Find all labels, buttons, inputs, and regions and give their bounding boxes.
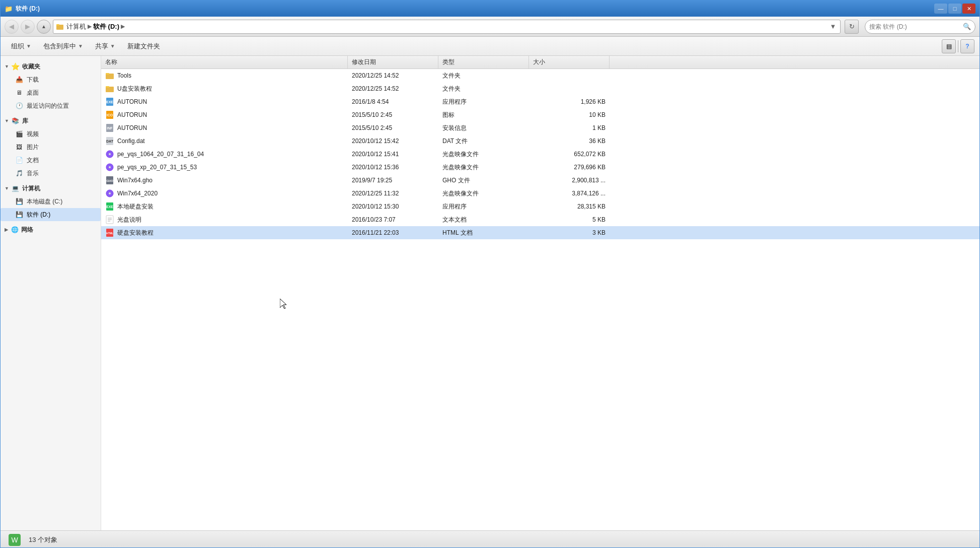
help-button[interactable]: ? — [960, 39, 974, 53]
file-date-cell: 2016/11/21 22:03 — [348, 226, 438, 239]
file-size-cell: 3 KB — [529, 226, 610, 239]
col-header-name[interactable]: 名称 — [101, 56, 348, 68]
d-drive-label: 软件 (D:) — [27, 211, 50, 219]
table-row[interactable]: Tools 2020/12/25 14:52 文件夹 — [101, 69, 979, 82]
sidebar-section-network: ▶ 🌐 网络 — [1, 223, 101, 236]
desktop-label: 桌面 — [27, 89, 39, 97]
library-icon: 📚 — [11, 116, 20, 125]
statusbar-count: 13 个对象 — [29, 535, 57, 544]
organize-button[interactable]: 组织 ▼ — [6, 39, 37, 54]
favorites-label: 收藏夹 — [22, 62, 40, 71]
sidebar-library-header[interactable]: ▼ 📚 库 — [1, 114, 101, 127]
forward-button[interactable]: ▶ — [21, 20, 35, 34]
file-type-cell: DAT 文件 — [438, 134, 529, 148]
sidebar-item-video[interactable]: 🎬 视频 — [1, 127, 101, 141]
search-icon[interactable]: 🔍 — [963, 23, 971, 30]
favorites-star-icon: ⭐ — [11, 62, 20, 71]
computer-icon: 💻 — [11, 184, 20, 193]
file-name: AUTORUN — [117, 124, 147, 131]
close-button[interactable]: ✕ — [962, 4, 975, 14]
table-row[interactable]: DAT Config.dat 2020/10/12 15:42 DAT 文件 3… — [101, 134, 979, 148]
file-icon: DAT — [105, 136, 114, 146]
table-row[interactable]: Win7x64_2020 2020/12/25 11:32 光盘映像文件 3,8… — [101, 187, 979, 200]
navbar: ◀ ▶ ▲ 计算机 ▶ 软件 (D:) ▶ ▼ ↻ 🔍 — [1, 17, 979, 37]
c-drive-icon: 💾 — [15, 197, 24, 206]
svg-text:ICO: ICO — [107, 113, 113, 117]
sidebar-item-download[interactable]: 📥 下载 — [1, 73, 101, 86]
table-row[interactable]: EXE AUTORUN 2016/1/8 4:54 应用程序 1,926 KB — [101, 95, 979, 108]
table-row[interactable]: INF AUTORUN 2015/5/10 2:45 安装信息 1 KB — [101, 121, 979, 134]
sidebar-item-music[interactable]: 🎵 音乐 — [1, 167, 101, 180]
documents-label: 文档 — [27, 156, 39, 165]
table-row[interactable]: GHO Win7x64.gho 2019/9/7 19:25 GHO 文件 2,… — [101, 174, 979, 187]
back-button[interactable]: ◀ — [5, 20, 19, 34]
titlebar-controls: — □ ✕ — [934, 4, 975, 14]
file-type-cell: 图标 — [438, 108, 529, 121]
download-label: 下载 — [27, 76, 39, 84]
file-icon — [105, 163, 114, 172]
table-row[interactable]: pe_yqs_xp_20_07_31_15_53 2020/10/12 15:3… — [101, 161, 979, 174]
col-header-type[interactable]: 类型 — [438, 56, 529, 68]
organize-label: 组织 — [11, 42, 24, 51]
sidebar-section-computer: ▼ 💻 计算机 💾 本地磁盘 (C:) 💾 软件 (D:) — [1, 182, 101, 221]
file-name: Tools — [117, 72, 131, 79]
svg-point-17 — [109, 166, 111, 168]
include-library-button[interactable]: 包含到库中 ▼ — [38, 39, 89, 54]
table-row[interactable]: U盘安装教程 2020/12/25 14:52 文件夹 — [101, 82, 979, 95]
sidebar-section-library: ▼ 📚 库 🎬 视频 🖼 图片 📄 文档 🎵 — [1, 114, 101, 180]
svg-text:GHO: GHO — [106, 179, 113, 182]
search-input[interactable] — [869, 23, 963, 30]
sidebar-favorites-header[interactable]: ▼ ⭐ 收藏夹 — [1, 60, 101, 73]
share-button[interactable]: 共享 ▼ — [90, 39, 121, 54]
file-name-cell: Win7x64_2020 — [101, 187, 348, 200]
video-label: 视频 — [27, 130, 39, 139]
file-date-cell: 2020/10/12 15:30 — [348, 200, 438, 213]
view-button[interactable]: ▤ — [942, 39, 956, 53]
table-row[interactable]: 光盘说明 2016/10/23 7:07 文本文档 5 KB — [101, 213, 979, 226]
image-label: 图片 — [27, 143, 39, 152]
col-header-date[interactable]: 修改日期 — [348, 56, 438, 68]
maximize-button[interactable]: □ — [948, 4, 961, 14]
favorites-arrow-icon: ▼ — [5, 64, 9, 69]
file-icon — [105, 189, 114, 198]
file-name-cell: EXE AUTORUN — [101, 95, 348, 108]
file-size-cell: 28,315 KB — [529, 200, 610, 213]
sidebar-item-image[interactable]: 🖼 图片 — [1, 141, 101, 154]
sidebar-item-recent[interactable]: 🕐 最近访问的位置 — [1, 99, 101, 112]
address-dropdown[interactable]: ▼ — [828, 22, 838, 32]
search-bar[interactable]: 🔍 — [865, 20, 975, 34]
file-name-cell: pe_yqs_1064_20_07_31_16_04 — [101, 148, 348, 161]
sidebar: ▼ ⭐ 收藏夹 📥 下载 🖥 桌面 🕐 最近访问的位置 — [1, 56, 101, 530]
address-bar[interactable]: 计算机 ▶ 软件 (D:) ▶ ▼ — [53, 20, 841, 34]
refresh-button[interactable]: ↻ — [845, 20, 859, 34]
table-row[interactable]: EXE 本地硬盘安装 2020/10/12 15:30 应用程序 28,315 … — [101, 200, 979, 213]
file-name: 本地硬盘安装 — [117, 202, 154, 211]
sidebar-item-c-drive[interactable]: 💾 本地磁盘 (C:) — [1, 195, 101, 208]
file-icon: HTML — [105, 228, 114, 237]
up-button[interactable]: ▲ — [37, 20, 51, 34]
sidebar-network-header[interactable]: ▶ 🌐 网络 — [1, 223, 101, 236]
new-folder-button[interactable]: 新建文件夹 — [122, 39, 166, 54]
c-drive-label: 本地磁盘 (C:) — [27, 197, 62, 206]
file-name-cell: ICO AUTORUN — [101, 108, 348, 121]
sidebar-item-desktop[interactable]: 🖥 桌面 — [1, 86, 101, 99]
breadcrumb-computer[interactable]: 计算机 — [66, 22, 86, 31]
sidebar-item-d-drive[interactable]: 💾 软件 (D:) — [1, 208, 101, 221]
sidebar-computer-header[interactable]: ▼ 💻 计算机 — [1, 182, 101, 195]
svg-text:EXE: EXE — [106, 100, 113, 104]
col-header-size[interactable]: 大小 — [529, 56, 610, 68]
file-icon: GHO — [105, 176, 114, 185]
table-row[interactable]: pe_yqs_1064_20_07_31_16_04 2020/10/12 15… — [101, 148, 979, 161]
file-size-cell: 5 KB — [529, 213, 610, 226]
toolbar-sep — [958, 40, 958, 52]
sidebar-item-documents[interactable]: 📄 文档 — [1, 154, 101, 167]
table-row[interactable]: HTML 硬盘安装教程 2016/11/21 22:03 HTML 文档 3 K… — [101, 226, 979, 239]
file-type-cell: HTML 文档 — [438, 226, 529, 239]
svg-point-21 — [109, 192, 111, 194]
table-row[interactable]: ICO AUTORUN 2015/5/10 2:45 图标 10 KB — [101, 108, 979, 121]
breadcrumb-drive[interactable]: 软件 (D:) — [93, 22, 119, 31]
minimize-button[interactable]: — — [934, 4, 947, 14]
organize-dropdown-arrow: ▼ — [26, 43, 31, 49]
file-size-cell: 36 KB — [529, 134, 610, 148]
file-type-cell: 光盘映像文件 — [438, 187, 529, 200]
